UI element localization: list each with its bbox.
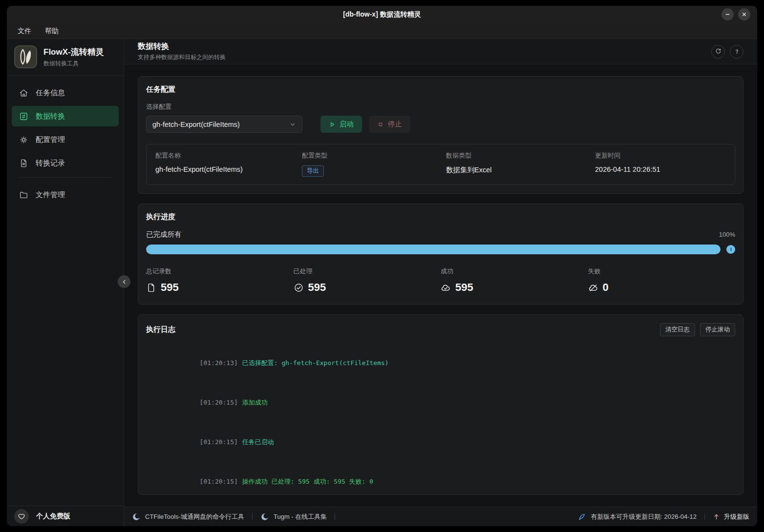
close-button[interactable]: [738, 8, 750, 20]
moon-icon: [132, 512, 141, 521]
stat-total: 总记录数 595: [146, 267, 294, 294]
start-button[interactable]: 启动: [320, 116, 362, 133]
menubar: 文件 帮助: [7, 23, 757, 39]
log-card: 执行日志 清空日志 停止滚动 [01:20:13]已选择配置: gh-fetch…: [138, 314, 743, 495]
log-line: [01:20:15]任务已启动: [146, 422, 735, 462]
refresh-button[interactable]: [711, 45, 725, 59]
sidebar-nav: 任务信息 数据转换 配置管理: [7, 76, 124, 208]
sidebar-item-label: 配置管理: [36, 135, 65, 144]
like-button[interactable]: [14, 509, 29, 524]
sync-icon: [19, 112, 28, 121]
sidebar-item-file-manage[interactable]: 文件管理: [12, 184, 119, 205]
file-icon: [146, 283, 156, 293]
config-select-value: gh-fetch-Export(ctFileItems): [152, 121, 240, 128]
page-subtitle: 支持多种数据源和目标之间的转换: [138, 53, 226, 61]
log-line: [01:20:13]已选择配置: gh-fetch-Export(ctFileI…: [146, 343, 735, 383]
flag-icon: [577, 512, 586, 521]
menu-item-help[interactable]: 帮助: [45, 27, 59, 36]
progress-card: 执行进度 已完成所有 100%: [138, 204, 743, 305]
app-logo-icon: [14, 45, 37, 68]
sidebar-divider: [19, 177, 112, 178]
log-area[interactable]: [01:20:13]已选择配置: gh-fetch-Export(ctFileI…: [146, 343, 735, 486]
play-icon: [329, 121, 336, 128]
cloud-check-icon: [441, 283, 451, 293]
stat-processed: 已处理 595: [294, 267, 441, 294]
page-title: 数据转换: [138, 41, 226, 52]
data-type-value: 数据集到Excel: [446, 165, 595, 175]
sidebar-item-label: 文件管理: [36, 190, 65, 200]
sidebar-item-transform-records[interactable]: 转换记录: [12, 153, 119, 173]
statusbar-divider: [335, 513, 335, 520]
sidebar: FlowX-流转精灵 数据转换工具 任务信息 数据转换: [7, 39, 124, 526]
progress-bar-fill: [146, 245, 721, 254]
config-name-label: 配置名称: [155, 151, 302, 160]
data-type-label: 数据类型: [446, 151, 595, 160]
progress-info-button[interactable]: [726, 245, 735, 254]
app-name: FlowX-流转精灵: [43, 46, 104, 58]
sidebar-item-label: 数据转换: [36, 112, 65, 121]
refresh-icon: [715, 48, 722, 55]
upgrade-button[interactable]: 升级新版: [713, 512, 749, 521]
chevron-down-icon: [289, 121, 296, 128]
config-select[interactable]: gh-fetch-Export(ctFileItems): [146, 116, 302, 133]
info-icon: [728, 247, 734, 252]
sidebar-item-label: 任务信息: [36, 88, 65, 98]
home-icon: [19, 88, 28, 98]
progress-percent: 100%: [719, 231, 735, 238]
statusbar-divider: [704, 513, 705, 520]
window-title: [db-flow-x] 数据流转精灵: [343, 10, 421, 19]
app-subtitle: 数据转换工具: [43, 60, 104, 68]
check-circle-icon: [294, 283, 304, 293]
sidebar-item-config-manage[interactable]: 配置管理: [12, 129, 119, 150]
stat-failed: 失败 0: [588, 267, 736, 294]
sidebar-item-data-transform[interactable]: 数据转换: [12, 106, 119, 126]
cloud-off-icon: [588, 283, 598, 293]
file-text-icon: [19, 159, 28, 168]
sidebar-item-label: 转换记录: [36, 159, 65, 168]
log-line: [01:20:15]添加成功: [146, 383, 735, 422]
heart-icon: [18, 512, 25, 520]
titlebar: [db-flow-x] 数据流转精灵: [7, 6, 757, 23]
window-controls: [722, 8, 750, 20]
progress-stats: 总记录数 595 已处理: [146, 267, 735, 296]
moon-icon: [260, 512, 269, 521]
config-name-value: gh-fetch-Export(ctFileItems): [155, 165, 302, 173]
help-button[interactable]: [730, 45, 743, 59]
folder-icon: [19, 190, 28, 200]
gear-icon: [19, 135, 28, 144]
config-info-panel: 配置名称 gh-fetch-Export(ctFileItems) 配置类型 导…: [146, 144, 735, 185]
task-config-title: 任务配置: [146, 85, 735, 94]
statusbar-link-ctfiletools[interactable]: CTFileTools-城通网盘的命令行工具: [132, 512, 244, 521]
stop-button[interactable]: 停止: [369, 116, 410, 133]
chevron-left-icon: [121, 279, 127, 285]
log-line: [01:20:15]操作成功 已处理: 595 成功: 595 失败: 0: [146, 462, 735, 486]
sidebar-collapse-button[interactable]: [118, 275, 130, 288]
progress-bar: [146, 245, 721, 254]
updated-time-value: 2026-04-11 20:26:51: [595, 165, 726, 173]
updated-time-label: 更新时间: [595, 151, 726, 160]
close-icon: [741, 11, 747, 18]
progress-title: 执行进度: [146, 212, 735, 222]
minimize-icon: [724, 11, 731, 18]
question-icon: [733, 48, 741, 55]
statusbar: CTFileTools-城通网盘的命令行工具 Tugm - 在线工具集 有新版本…: [124, 507, 757, 526]
sidebar-item-task-info[interactable]: 任务信息: [12, 82, 119, 103]
menu-item-file[interactable]: 文件: [18, 27, 31, 36]
plan-label: 个人免费版: [36, 512, 70, 521]
update-notice: 有新版本可升级更新日期: 2026-04-12: [577, 512, 697, 521]
task-config-card: 任务配置 选择配置 gh-fetch-Export(ctFileItems) 启…: [138, 76, 743, 194]
clear-log-button[interactable]: 清空日志: [660, 323, 695, 336]
statusbar-link-tugm[interactable]: Tugm - 在线工具集: [260, 512, 327, 521]
log-title: 执行日志: [146, 325, 175, 334]
progress-status-label: 已完成所有: [146, 230, 182, 239]
stop-scroll-button[interactable]: 停止滚动: [700, 323, 735, 336]
sidebar-footer: 个人免费版: [7, 506, 124, 526]
stop-icon: [377, 121, 384, 128]
app-brand: FlowX-流转精灵 数据转换工具: [7, 39, 124, 76]
app-window: [db-flow-x] 数据流转精灵 文件 帮助 FlowX-流: [7, 6, 757, 526]
content-area: 任务配置 选择配置 gh-fetch-Export(ctFileItems) 启…: [124, 64, 757, 507]
minimize-button[interactable]: [722, 8, 734, 20]
select-config-label: 选择配置: [146, 102, 735, 111]
export-badge: 导出: [302, 165, 324, 177]
page-header: 数据转换 支持多种数据源和目标之间的转换: [124, 39, 757, 64]
